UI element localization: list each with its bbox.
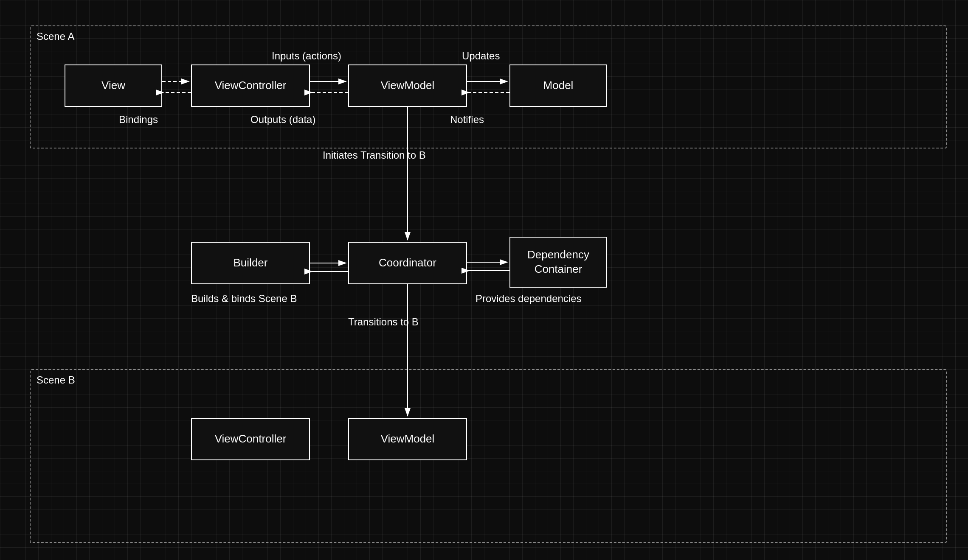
scene-b-box: Scene B — [30, 369, 947, 543]
inputs-label: Inputs (actions) — [272, 50, 341, 62]
scene-a-box: Scene A — [30, 25, 947, 148]
viewmodel-b-node: ViewModel — [348, 418, 467, 460]
provides-label: Provides dependencies — [476, 293, 582, 305]
updates-label: Updates — [462, 50, 500, 62]
builds-label: Builds & binds Scene B — [191, 293, 297, 305]
viewcontroller-node: ViewController — [191, 64, 310, 107]
view-node: View — [65, 64, 162, 107]
scene-b-label: Scene B — [37, 374, 75, 386]
scene-a-label: Scene A — [37, 31, 74, 42]
bindings-label: Bindings — [119, 114, 158, 126]
builder-node: Builder — [191, 242, 310, 284]
viewmodel-node: ViewModel — [348, 64, 467, 107]
diagram-canvas: Scene A Scene B View ViewController View… — [0, 0, 968, 560]
transitions-label: Transitions to B — [348, 316, 419, 328]
notifies-label: Notifies — [450, 114, 484, 126]
initiates-label: Initiates Transition to B — [323, 149, 426, 161]
outputs-label: Outputs (data) — [250, 114, 315, 126]
coordinator-node: Coordinator — [348, 242, 467, 284]
model-node: Model — [509, 64, 607, 107]
viewcontroller-b-node: ViewController — [191, 418, 310, 460]
dependency-container-node: Dependency Container — [509, 237, 607, 288]
